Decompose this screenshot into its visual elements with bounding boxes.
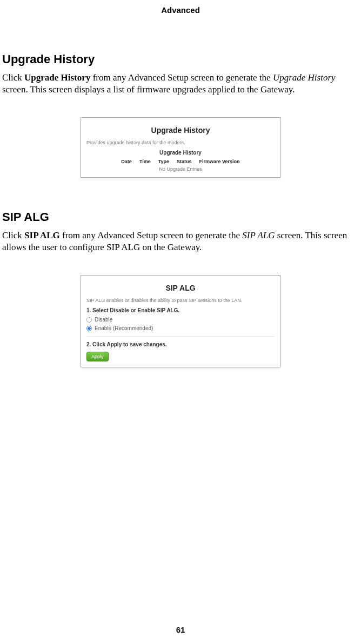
upgrade-history-paragraph: Click Upgrade History from any Advanced … xyxy=(2,72,359,96)
sip-alg-screenshot: SIP ALG SIP ALG enables or disables the … xyxy=(81,275,280,367)
text-bold-link: SIP ALG xyxy=(24,230,60,240)
col-date: Date xyxy=(121,159,132,164)
radio-disable-row[interactable]: Disable xyxy=(86,317,275,323)
panel-title: Upgrade History xyxy=(86,126,275,135)
text-italic: Upgrade History xyxy=(273,72,336,83)
col-time: Time xyxy=(139,159,151,164)
upgrade-history-screenshot: Upgrade History Provides upgrade history… xyxy=(81,117,280,178)
table-headers: Date Time Type Status Firmware Version xyxy=(86,159,275,164)
text-italic: SIP ALG xyxy=(242,230,275,240)
sip-step-1: 1. Select Disable or Enable SIP ALG. xyxy=(86,307,275,313)
text-prefix: Click xyxy=(2,230,24,240)
text-prefix: Click xyxy=(2,72,24,83)
radio-disable[interactable] xyxy=(86,317,92,323)
sip-description: SIP ALG enables or disables the ability … xyxy=(86,298,275,303)
radio-enable[interactable] xyxy=(86,326,92,331)
sip-step-2: 2. Click Apply to save changes. xyxy=(86,341,275,347)
apply-button[interactable]: Apply xyxy=(86,352,109,361)
panel-subheading: Upgrade History xyxy=(86,150,275,156)
text-mid: from any Advanced Setup screen to genera… xyxy=(60,230,243,240)
col-type: Type xyxy=(158,159,169,164)
page-header: Advanced xyxy=(0,0,361,15)
radio-enable-label: Enable (Recommended) xyxy=(95,325,153,331)
divider xyxy=(86,337,275,337)
upgrade-history-heading: Upgrade History xyxy=(2,52,359,66)
col-firmware: Firmware Version xyxy=(199,159,240,164)
text-mid: from any Advanced Setup screen to genera… xyxy=(90,72,273,83)
sip-alg-heading: SIP ALG xyxy=(2,210,359,224)
no-entries-text: No Upgrade Entries xyxy=(86,166,275,172)
radio-enable-row[interactable]: Enable (Recommended) xyxy=(86,325,275,331)
page-number: 61 xyxy=(0,625,361,634)
panel-title: SIP ALG xyxy=(86,284,275,292)
text-suffix: screen. This screen displays a list of f… xyxy=(2,84,295,95)
col-status: Status xyxy=(177,159,192,164)
panel-description: Provides upgrade history data for the mo… xyxy=(86,140,275,145)
sip-alg-paragraph: Click SIP ALG from any Advanced Setup sc… xyxy=(2,230,359,253)
text-bold-link: Upgrade History xyxy=(24,72,90,83)
radio-disable-label: Disable xyxy=(95,317,112,323)
